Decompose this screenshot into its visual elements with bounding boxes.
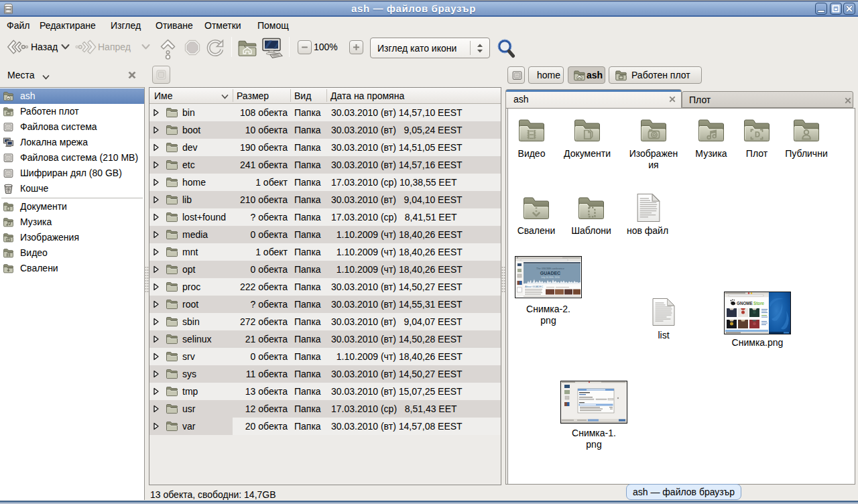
svg-text:GUADEC: GUADEC	[540, 271, 560, 275]
svg-text:Store: Store	[753, 301, 765, 306]
svg-text:GNOME: GNOME	[737, 301, 753, 306]
svg-text:The GNOME conference: The GNOME conference	[536, 267, 564, 270]
svg-text:July 24-30th, 2010: July 24-30th, 2010	[541, 276, 560, 279]
svg-text:About GUADEC: About GUADEC	[525, 286, 543, 288]
